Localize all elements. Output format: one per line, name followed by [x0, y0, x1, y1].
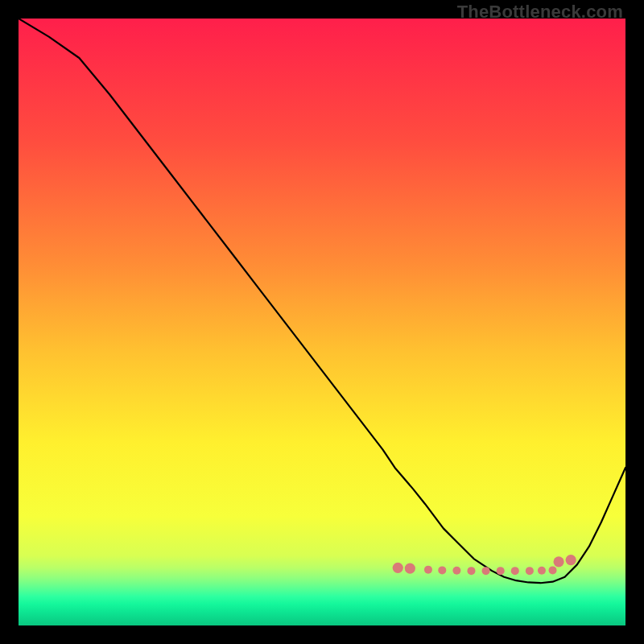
curve-marker-dot: [393, 563, 403, 573]
watermark-text: TheBottleneck.com: [457, 2, 623, 23]
curve-marker-dot: [452, 567, 460, 575]
curve-marker-dot: [511, 567, 519, 575]
curve-marker-dot: [526, 567, 534, 575]
curve-marker-dot: [497, 567, 505, 575]
gradient-background: [19, 19, 625, 625]
curve-marker-dot: [438, 566, 446, 574]
curve-marker-dot: [424, 566, 432, 574]
chart-svg: [19, 19, 625, 625]
curve-marker-dot: [482, 567, 490, 575]
curve-marker-dot: [549, 566, 557, 574]
curve-marker-dot: [467, 567, 475, 575]
curve-marker-dot: [538, 567, 546, 575]
curve-marker-dot: [566, 555, 576, 565]
curve-marker-dot: [553, 556, 564, 567]
chart-frame: [19, 19, 625, 625]
curve-marker-dot: [405, 564, 415, 574]
